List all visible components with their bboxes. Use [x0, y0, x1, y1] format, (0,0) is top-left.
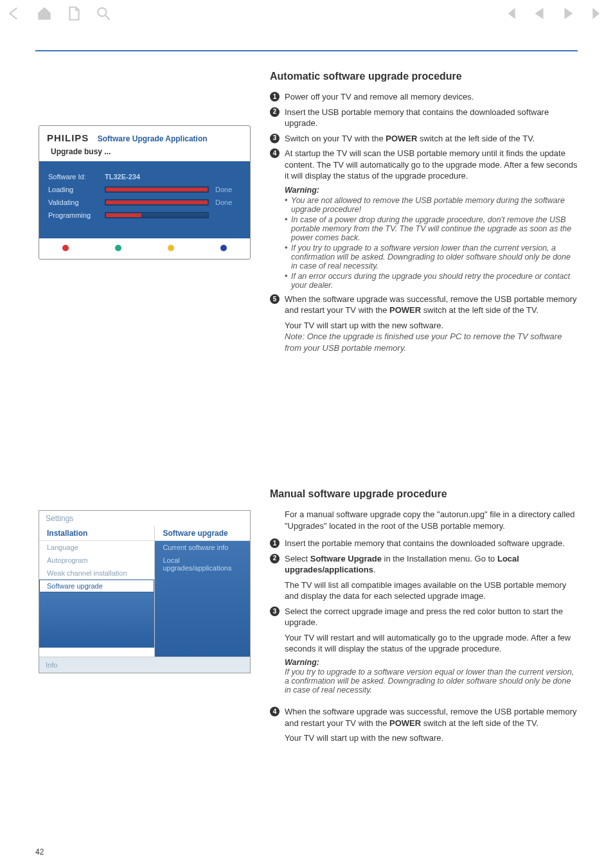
section-automatic: Automatic software upgrade procedure 1 P… — [270, 71, 578, 354]
left-spacer — [39, 592, 154, 648]
step-number: 3 — [270, 134, 280, 143]
progress-bar — [105, 186, 209, 193]
step-text: At startup the TV will scan the USB port… — [285, 148, 578, 182]
submenu-local-upgrades: Local upgrades/applications — [155, 554, 250, 574]
next-page-icon[interactable] — [560, 5, 577, 22]
home-icon[interactable] — [36, 5, 53, 22]
brand-label: PHILIPS — [47, 132, 89, 143]
row-label: Loading — [48, 186, 98, 193]
green-dot-icon — [115, 245, 121, 251]
last-page-icon[interactable] — [590, 5, 607, 22]
fig1-row-validating: Validating Done — [48, 199, 241, 206]
yellow-dot-icon — [168, 245, 174, 251]
step3-continuation: Your TV will restart and will automatica… — [285, 632, 578, 655]
right-col-title: Software upgrade — [155, 526, 250, 541]
submenu-current-info: Current software info — [155, 541, 250, 554]
page-icon[interactable] — [66, 5, 82, 22]
step-text: When the software upgrade was successful… — [285, 294, 578, 316]
warning-block-2: Warning: If you try to upgrade to a soft… — [285, 656, 578, 695]
step-4: 4 At startup the TV will scan the USB po… — [270, 148, 578, 182]
warning-item: If an error occurs during the upgrade yo… — [285, 272, 578, 290]
step-number: 4 — [270, 707, 280, 716]
warning-text: If you try to upgrade to a software vers… — [285, 668, 578, 695]
prev-page-icon[interactable] — [531, 5, 547, 22]
menu-item-language: Language — [39, 541, 154, 554]
row-label: Software Id: — [48, 173, 98, 181]
page-content: Automatic software upgrade procedure 1 P… — [35, 58, 578, 842]
section-manual: Manual software upgrade procedure For a … — [270, 488, 578, 744]
figure1-footer — [39, 238, 250, 259]
section2-intro: For a manual software upgrade copy the "… — [285, 509, 578, 531]
menu-item-software-upgrade: Software upgrade — [39, 580, 154, 592]
upgrade-status: Upgrade busy ... — [39, 145, 250, 161]
step-number: 3 — [270, 607, 280, 616]
row-status: Done — [215, 199, 241, 206]
step-2: 2 Select Software Upgrade in the Install… — [270, 553, 578, 576]
progress-bar — [105, 212, 209, 218]
figure1-body: Software Id: TL32E-234 Loading Done Vali… — [39, 161, 250, 238]
fig1-row-id: Software Id: TL32E-234 — [48, 173, 241, 181]
software-id-value: TL32E-234 — [105, 173, 140, 181]
first-page-icon[interactable] — [501, 5, 518, 22]
warning-item: You are not allowed to remove the USB po… — [285, 196, 578, 214]
section1-title: Automatic software upgrade procedure — [270, 71, 578, 82]
step-text: Switch on your TV with the POWER switch … — [285, 133, 535, 145]
step-text: Select Software Upgrade in the Installat… — [285, 553, 578, 576]
step-text: When the software upgrade was successful… — [285, 706, 578, 729]
figure1-header: PHILIPS Software Upgrade Application — [39, 126, 250, 145]
app-title: Software Upgrade Application — [98, 134, 208, 143]
svg-point-0 — [98, 8, 106, 16]
step-text: Insert the portable memory that contains… — [285, 538, 565, 549]
fig1-row-loading: Loading Done — [48, 186, 241, 193]
breadcrumb: Settings — [39, 511, 250, 526]
figure2-left-col: Installation Language Autoprogram Weak c… — [39, 526, 155, 657]
step-number: 1 — [270, 538, 280, 548]
header-rule — [35, 50, 578, 51]
section2-title: Manual software upgrade procedure — [270, 488, 578, 500]
fig1-row-programming: Programming — [48, 211, 241, 219]
info-bar: Info — [39, 657, 250, 673]
step-number: 2 — [270, 107, 280, 117]
figure-settings-menu: Settings Installation Language Autoprogr… — [39, 510, 251, 673]
step-3: 3 Select the correct upgrade image and p… — [270, 606, 578, 628]
step-number: 5 — [270, 294, 280, 304]
step-4: 4 When the software upgrade was successf… — [270, 706, 578, 729]
warning-item: If you try to upgrade to a software vers… — [285, 244, 578, 270]
left-col-title: Installation — [39, 526, 154, 541]
pdf-toolbar — [6, 5, 607, 22]
red-dot-icon — [62, 245, 69, 251]
back-arrow-icon[interactable] — [6, 5, 23, 22]
step-number: 4 — [270, 148, 280, 158]
blue-dot-icon — [220, 245, 227, 251]
step2-continuation: The TV will list all compatible images a… — [285, 580, 578, 602]
step-1: 1 Insert the portable memory that contai… — [270, 538, 578, 549]
warning-block: Warning: You are not allowed to remove t… — [285, 186, 578, 290]
step-number: 1 — [270, 92, 280, 102]
figure2-right-col: Software upgrade Current software info L… — [155, 526, 250, 657]
step5-continuation: Your TV will start up with the new softw… — [285, 320, 578, 332]
progress-bar — [105, 199, 209, 206]
right-spacer — [155, 574, 250, 657]
step-3: 3 Switch on your TV with the POWER switc… — [270, 133, 578, 145]
step4-continuation: Your TV will start up with the new softw… — [285, 732, 578, 744]
row-label: Programming — [48, 211, 98, 219]
figure-upgrade-app: PHILIPS Software Upgrade Application Upg… — [39, 125, 251, 260]
step-1: 1 Power off your TV and remove all memor… — [270, 91, 578, 103]
warning-title: Warning: — [285, 658, 319, 667]
search-icon[interactable] — [95, 5, 112, 22]
row-status: Done — [215, 186, 241, 193]
step-5: 5 When the software upgrade was successf… — [270, 294, 578, 316]
step-text: Select the correct upgrade image and pre… — [285, 606, 578, 628]
note-text: Note: Once the upgrade is finished use y… — [285, 331, 578, 353]
figure2-columns: Installation Language Autoprogram Weak c… — [39, 526, 250, 657]
menu-item-autoprogram: Autoprogram — [39, 554, 154, 567]
row-label: Validating — [48, 199, 98, 206]
page-number: 42 — [35, 847, 44, 856]
step-text: Power off your TV and remove all memory … — [285, 91, 474, 103]
warning-item: In case of a power drop during the upgra… — [285, 215, 578, 242]
step-2: 2 Insert the USB portable memory that co… — [270, 107, 578, 129]
step-text: Insert the USB portable memory that cont… — [285, 107, 578, 129]
step-number: 2 — [270, 554, 280, 563]
menu-item-weak-channel: Weak channel installation — [39, 567, 154, 580]
warning-title: Warning: — [285, 186, 319, 195]
